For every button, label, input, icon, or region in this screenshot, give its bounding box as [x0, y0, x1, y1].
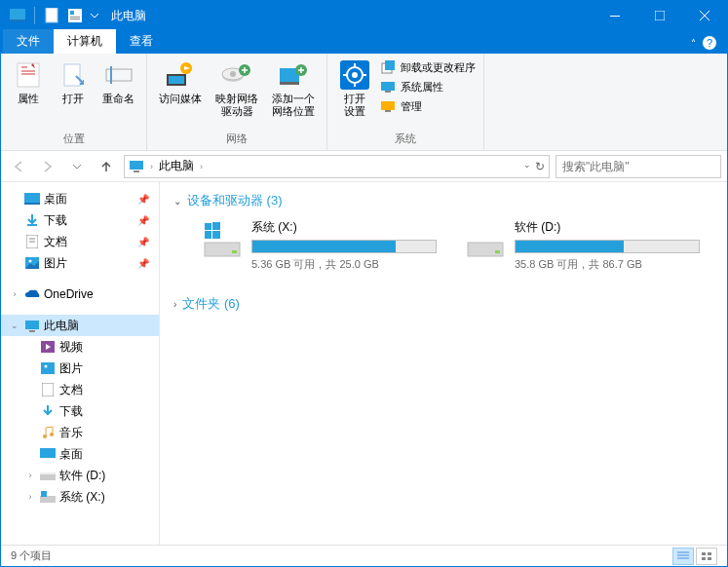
drive-capacity: 5.36 GB 可用，共 25.0 GB	[251, 257, 437, 272]
navigation-pane: 桌面📌 下载📌 文档📌 图片📌 ›OneDrive ⌄此电脑 视频 图片 文档 …	[1, 182, 160, 545]
open-button[interactable]: 打开	[54, 57, 93, 107]
svg-rect-33	[381, 82, 395, 91]
svg-rect-34	[385, 91, 391, 93]
chevron-right-icon[interactable]: ›	[200, 162, 203, 171]
search-box[interactable]	[556, 155, 721, 178]
open-settings-button[interactable]: 打开 设置	[335, 57, 374, 120]
drive-name: 系统 (X:)	[251, 219, 437, 236]
view-details-button[interactable]	[672, 548, 694, 565]
nav-drive-x[interactable]: ›系统 (X:)	[1, 486, 159, 508]
svg-rect-15	[169, 76, 184, 84]
nav-this-pc[interactable]: ⌄此电脑	[1, 315, 159, 336]
app-icon[interactable]	[7, 5, 28, 26]
map-drive-button[interactable]: 映射网络 驱动器	[211, 57, 262, 120]
nav-pictures-2[interactable]: 图片	[1, 358, 159, 379]
help-icon[interactable]: ?	[702, 35, 717, 51]
breadcrumb[interactable]: 此电脑	[159, 158, 194, 174]
svg-rect-13	[110, 66, 112, 84]
svg-rect-12	[106, 69, 132, 81]
pin-icon: 📌	[137, 215, 149, 226]
svg-rect-8	[610, 16, 620, 17]
minimize-button[interactable]	[593, 1, 637, 30]
drive-icon	[203, 219, 242, 258]
system-properties-button[interactable]: 系统属性	[380, 79, 476, 94]
nav-pictures[interactable]: 图片📌	[1, 252, 159, 274]
svg-point-48	[29, 260, 32, 263]
window-title: 此电脑	[101, 8, 146, 24]
drive-item[interactable]: 软件 (D:) 35.8 GB 可用，共 86.7 GB	[466, 219, 700, 272]
add-location-button[interactable]: 添加一个 网络位置	[268, 57, 319, 120]
svg-rect-9	[655, 11, 665, 20]
close-button[interactable]	[682, 1, 727, 30]
nav-up-button[interactable]	[95, 155, 118, 178]
maximize-button[interactable]	[637, 1, 682, 30]
properties-button[interactable]: 属性	[9, 57, 48, 107]
nav-recent-button[interactable]	[65, 155, 89, 178]
expand-icon[interactable]: ›	[24, 471, 36, 480]
nav-documents-2[interactable]: 文档	[1, 379, 159, 400]
svg-point-53	[45, 365, 48, 368]
ribbon-group-network: 访问媒体 映射网络 驱动器 添加一个 网络位置 网络	[147, 54, 327, 150]
rename-button[interactable]: 重命名	[98, 57, 138, 107]
expand-icon[interactable]: ›	[9, 289, 20, 299]
nav-desktop-2[interactable]: 桌面	[1, 443, 159, 465]
expand-icon[interactable]: ›	[24, 492, 36, 502]
nav-documents[interactable]: 文档📌	[1, 231, 159, 252]
svg-rect-50	[29, 330, 35, 332]
divider	[34, 7, 35, 24]
pin-icon: 📌	[137, 237, 149, 247]
section-devices[interactable]: ⌄ 设备和驱动器 (3)	[173, 192, 713, 209]
svg-rect-60	[40, 496, 56, 503]
svg-rect-5	[70, 11, 74, 15]
view-icons-button[interactable]	[696, 548, 717, 565]
drive-name: 软件 (D:)	[515, 219, 700, 236]
svg-rect-58	[40, 473, 56, 480]
drive-item[interactable]: 系统 (X:) 5.36 GB 可用，共 25.0 GB	[203, 219, 437, 272]
chevron-right-icon[interactable]: ›	[150, 162, 153, 171]
capacity-bar	[251, 240, 437, 253]
status-bar: 9 个项目	[1, 545, 727, 566]
nav-downloads-2[interactable]: 下载	[1, 400, 159, 422]
nav-videos[interactable]: 视频	[1, 336, 159, 358]
content-pane: ⌄ 设备和驱动器 (3) 系统 (X:) 5.36 GB 可用，共 25.0 G…	[160, 182, 727, 545]
nav-desktop[interactable]: 桌面📌	[1, 188, 159, 209]
svg-rect-66	[205, 231, 211, 239]
nav-drive-d[interactable]: ›软件 (D:)	[1, 465, 159, 486]
svg-rect-76	[708, 557, 711, 560]
quick-access-toolbar	[1, 5, 101, 26]
uninstall-programs-button[interactable]: 卸载或更改程序	[380, 59, 476, 75]
svg-rect-41	[24, 193, 40, 203]
nav-onedrive[interactable]: ›OneDrive	[1, 284, 159, 305]
access-media-button[interactable]: 访问媒体	[155, 57, 206, 107]
manage-button[interactable]: 管理	[380, 98, 476, 114]
search-input[interactable]	[562, 160, 709, 173]
svg-rect-74	[708, 552, 711, 555]
svg-rect-68	[468, 243, 503, 256]
svg-rect-2	[46, 8, 57, 22]
svg-rect-64	[205, 223, 211, 230]
refresh-icon[interactable]: ↻	[535, 160, 545, 173]
qat-properties-icon[interactable]	[64, 5, 86, 26]
svg-rect-54	[42, 383, 54, 397]
qat-new-icon[interactable]	[41, 5, 62, 26]
qat-dropdown-icon[interactable]	[88, 5, 101, 26]
ribbon-group-system: 打开 设置 卸载或更改程序 系统属性 管理 系统	[327, 54, 484, 150]
svg-rect-36	[385, 110, 391, 112]
svg-rect-22	[280, 82, 299, 85]
svg-rect-52	[41, 362, 55, 374]
nav-downloads[interactable]: 下载📌	[1, 209, 159, 231]
collapse-icon[interactable]: ⌄	[9, 321, 20, 330]
ribbon-collapse-icon[interactable]: ˄	[691, 38, 696, 49]
tab-view[interactable]: 查看	[116, 29, 167, 54]
address-dropdown-icon[interactable]: ⌄	[523, 160, 531, 173]
address-bar[interactable]: › 此电脑 › ⌄ ↻	[124, 155, 550, 178]
section-folders[interactable]: › 文件夹 (6)	[173, 295, 713, 313]
drive-capacity: 35.8 GB 可用，共 86.7 GB	[515, 257, 700, 272]
drive-icon	[466, 219, 505, 258]
tab-file[interactable]: 文件	[3, 29, 54, 54]
nav-music[interactable]: 音乐	[1, 422, 159, 443]
nav-back-button[interactable]	[7, 155, 30, 178]
nav-forward-button[interactable]	[36, 155, 59, 178]
tab-computer[interactable]: 计算机	[54, 29, 116, 54]
svg-rect-49	[25, 321, 39, 329]
